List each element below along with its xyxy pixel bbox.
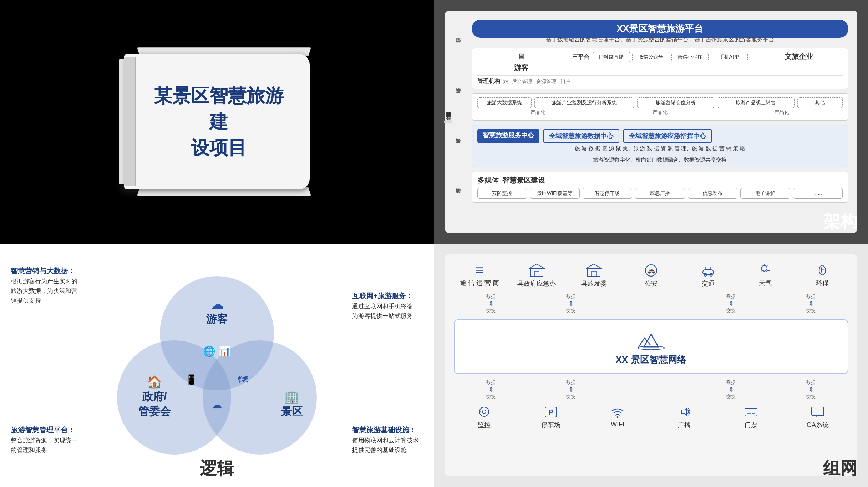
blue-header: 智慧旅游服务中心 全域智慧旅游数据中心 全域智慧旅游应急指挥中心 (477, 129, 843, 143)
arch-label: 架构 (823, 210, 857, 233)
arch-section-4: 多媒体 智慧景区建设 安防监控 景区WIFI覆盖等 智慧停车场 应急广播 信息发… (472, 172, 849, 203)
svg-rect-0 (531, 269, 543, 277)
bottom-center-icon: ☁ (212, 399, 222, 410)
tourism-dev-icon (586, 263, 602, 278)
net-center-title: XX 景区智慧网络 (462, 354, 841, 366)
net-bottom-row: 监控 P 停车场 WIFI (454, 405, 849, 429)
arrow-1: 数据 ⇕ 交换 (454, 293, 528, 314)
media-item-6: 电子讲解 (740, 188, 790, 199)
net-icon-weather: 天气 (740, 263, 791, 288)
svg-point-17 (482, 410, 486, 414)
monitor-icon: 🖥 (517, 52, 525, 61)
svg-rect-2 (534, 271, 539, 277)
env-icon (815, 263, 830, 277)
bottom-row: 多媒体 智慧景区建设 (477, 176, 843, 185)
book: 某景区智慧旅游建 设项目 (124, 54, 310, 189)
cultural-entity: 文旅企业 (755, 52, 843, 72)
svg-point-16 (479, 407, 489, 416)
mgmt-label: 管理机构 (477, 78, 500, 85)
text-bl: 旅游智慧管理平台： 整合旅游资源，实现统一的管理和服务 (11, 424, 82, 455)
tourist-label: 游客 (514, 63, 528, 72)
smart-service-box: 智慧旅游服务中心 (477, 129, 539, 143)
tourist-entity: 🖥 游客 (477, 52, 565, 72)
network-content: ≡ 通 信 运 营 商 县政府应急办 县旅发委 (445, 254, 858, 477)
arch-main: XX景区智慧旅游平台 基于数据融合的智慧管理平台、基于资源整合的营销平台、基于吉… (472, 20, 849, 224)
media-label: 多媒体 (477, 176, 499, 185)
arch-header: XX景区智慧旅游平台 基于数据融合的智慧管理平台、基于资源整合的营销平台、基于吉… (472, 20, 849, 44)
net-icon-telecom: ≡ 通 信 运 营 商 (454, 263, 506, 288)
product-arrows: 产品化 产品化 产品化 (477, 109, 843, 116)
svg-rect-5 (592, 271, 596, 277)
arrow-b4: 数据 ⇕ 交换 (694, 379, 768, 400)
cultural-label: 文旅企业 (785, 52, 813, 61)
platform-item-3: 微信小程序 (671, 52, 709, 62)
gov-circle-label: 🏠 政府/ 管委会 (138, 375, 171, 419)
media-item-1: 安防监控 (477, 188, 527, 199)
net-center-box: XX 景区智慧网络 (454, 319, 849, 374)
top-right-panel: 应用传输 数据传输 数据存储 基础传输 一张网（高速光纤网） XX景区智慧旅游平… (434, 0, 868, 244)
svg-line-14 (767, 265, 768, 266)
circles-container: ☁ 游客 🏠 政府/ 管委会 🏢 景区 🌐 📊 📱 🗺 (110, 276, 324, 455)
top-entities: 🖥 游客 三平台 IP融媒直播 微信公众号 微信小程序 手机APP (477, 52, 843, 72)
left-center-icon: 📱 (185, 374, 198, 385)
net-icon-traffic: 交通 (682, 263, 734, 288)
data-item-2: 旅游产业监测及运行分析系统 (534, 97, 634, 108)
logic-content: 智慧营销与大数据： 根据游客行为产生实时的旅游大数据，为决策和营销提供支持 旅游… (11, 254, 423, 477)
net-center-icon (462, 327, 841, 352)
platform-item-2: 微信公众号 (632, 52, 669, 62)
three-platforms-label: 三平台 (572, 54, 590, 61)
svg-marker-25 (682, 408, 687, 415)
svg-rect-3 (588, 269, 600, 277)
data-item-5: 其他 (797, 97, 843, 108)
right-center-icon: 🗺 (238, 374, 248, 385)
text-tr: 互联网+旅游服务： 通过互联网和手机终端，为游客提供一站式服务 (352, 290, 423, 321)
svg-marker-1 (529, 264, 545, 269)
net-icon-gov-emergency: 县政府应急办 (511, 263, 563, 288)
arch-section-2: 旅游大数据系统 旅游产业监测及运行分析系统 旅游营销仓位分析 旅游产品线上销售 … (472, 93, 849, 121)
gov-emergency-icon (529, 263, 545, 278)
logic-label: 逻辑 (200, 457, 234, 480)
arch-container: 应用传输 数据传输 数据存储 基础传输 一张网（高速光纤网） XX景区智慧旅游平… (445, 11, 858, 233)
platform-item-4: 手机APP (711, 52, 748, 62)
arrow-2: 数据 ⇕ 交换 (534, 293, 608, 314)
net-icon-env: 环保 (797, 263, 848, 288)
media-item-2: 景区WIFI覆盖等 (530, 188, 580, 199)
svg-rect-11 (706, 267, 711, 270)
media-item-7: ...... (793, 188, 843, 199)
arch-section-1: 🖥 游客 三平台 IP融媒直播 微信公众号 微信小程序 手机APP (472, 48, 849, 89)
arrow-5: 数据 ⇕ 交换 (774, 293, 848, 314)
svg-text:P: P (548, 408, 554, 417)
text-br: 智慧旅游基础设施： 使用物联网和云计算技术提供完善的基础设施 (352, 424, 423, 455)
net-arrows-top: 数据 ⇕ 交换 数据 ⇕ 交换 数据 ⇕ 交换 数据 ⇕ 交换 (454, 293, 849, 314)
svg-rect-26 (745, 408, 757, 416)
smart-scenic-label: 智慧景区建设 (502, 176, 843, 185)
tourist-circle-label: ☁ 游客 (206, 298, 228, 326)
weather-icon (758, 263, 773, 277)
svg-text:🚓: 🚓 (647, 267, 655, 274)
mgmt-row: 管理机构 旅 后台管理 资源管理 门户 (477, 78, 843, 85)
svg-rect-30 (812, 407, 824, 416)
book-title: 某景区智慧旅游建 设项目 (124, 83, 310, 161)
net-icon-tourism-dev: 县旅发委 (568, 263, 620, 288)
police-icon: 🚓 (644, 263, 658, 278)
three-platforms-row: 三平台 IP融媒直播 微信公众号 微信小程序 手机APP (572, 52, 748, 62)
net-icon-oa: OA系统 (787, 405, 848, 429)
data-center-box: 全域智慧旅游数据中心 (543, 129, 619, 143)
data-items-row: 旅游大数据系统 旅游产业监测及运行分析系统 旅游营销仓位分析 旅游产品线上销售 … (477, 97, 843, 108)
platform-item-1: IP融媒直播 (593, 52, 630, 62)
net-arrows-bottom: 数据 ⇕ 交换 数据 ⇕ 交换 数据 ⇕ 交换 数据 ⇕ 交换 (454, 379, 849, 400)
media-item-4: 应急广播 (635, 188, 685, 199)
scenic-circle-label: 🏢 景区 (281, 390, 303, 419)
top-left-panel: 某景区智慧旅游建 设项目 (0, 0, 434, 244)
book-cover: 某景区智慧旅游建 设项目 (124, 54, 310, 189)
net-icon-monitor: 监控 (454, 405, 515, 429)
platform-subtitle: 基于数据融合的智慧管理平台、基于资源整合的营销平台、基于吉州旅景区的游客服务平台 (472, 36, 849, 44)
net-icon-broadcast: 广播 (654, 405, 715, 429)
net-top-row: ≡ 通 信 运 营 商 县政府应急办 县旅发委 (454, 263, 849, 288)
data-item-4: 旅游产品线上销售 (717, 97, 794, 108)
arch-section-3: 智慧旅游服务中心 全域智慧旅游数据中心 全域智慧旅游应急指挥中心 旅 游 数 据… (472, 125, 849, 167)
arrow-4: 数据 ⇕ 交换 (694, 293, 768, 314)
digitize-desc: 旅游资源数字化、横向部门数据融合、数据资源共享交换 (477, 157, 843, 163)
bottom-right-panel: ≡ 通 信 运 营 商 县政府应急办 县旅发委 (434, 244, 868, 487)
net-icon-police: 🚓 公安 (625, 263, 677, 288)
